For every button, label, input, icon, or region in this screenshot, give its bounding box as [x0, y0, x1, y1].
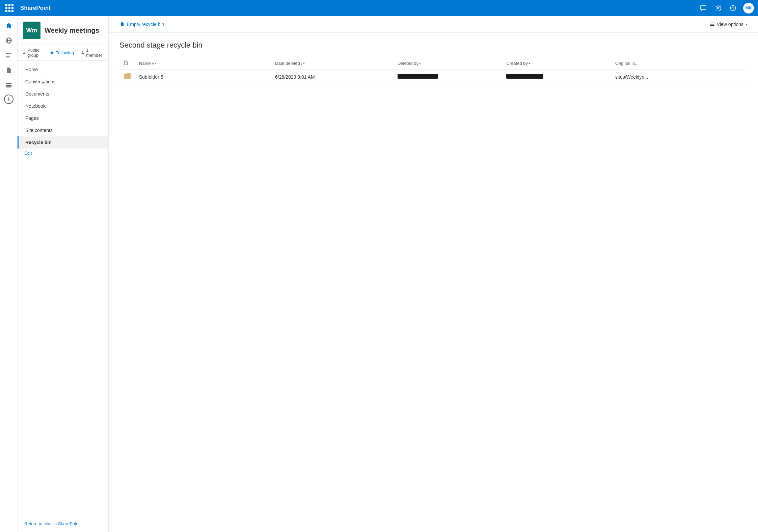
- col-name-label: Name: [139, 61, 151, 66]
- toolbar: Empty recycle bin View options ▾: [109, 16, 758, 33]
- col-date-deleted-header[interactable]: Date deleted ↓ ▾: [271, 58, 394, 69]
- avatar-initials: MK: [746, 6, 752, 10]
- file-type-icon: [124, 60, 128, 65]
- recycle-bin-icon: [119, 22, 125, 27]
- star-icon: ★: [50, 50, 54, 56]
- app-logo[interactable]: SharePoint: [20, 5, 51, 11]
- waffle-menu[interactable]: [4, 3, 15, 14]
- svg-rect-12: [6, 85, 11, 86]
- col-deleted-by-label: Deleted by: [398, 61, 418, 66]
- nav-menu: Home Conversations Documents Notebook Pa…: [18, 61, 108, 291]
- rail-home-icon[interactable]: [2, 19, 16, 32]
- nav-item-home[interactable]: Home: [18, 63, 108, 76]
- deleted-by-redacted: [398, 74, 438, 79]
- createdby-col-chevron: ▾: [529, 61, 530, 65]
- site-title[interactable]: Weekly meetings: [45, 27, 99, 34]
- main-content: Empty recycle bin View options ▾ Second …: [109, 16, 758, 532]
- nav-pages-label: Pages: [25, 115, 39, 121]
- nav-item-site-contents[interactable]: Site contents: [18, 124, 108, 136]
- col-created-by-header[interactable]: Created by ▾: [502, 58, 611, 69]
- site-icon-letters: Wm: [26, 27, 37, 34]
- empty-recycle-bin-button[interactable]: Empty recycle bin: [117, 20, 167, 29]
- view-options-button[interactable]: View options ▾: [707, 20, 750, 29]
- sidebar-footer: Return to classic SharePoint: [18, 515, 108, 532]
- svg-rect-9: [6, 56, 10, 57]
- nav-site-contents-label: Site contents: [25, 128, 53, 133]
- table-row[interactable]: Subfolder 5 6/28/2023 3:01 AM sites/We: [119, 69, 747, 84]
- nav-recycle-bin-label: Recycle bin: [25, 140, 52, 145]
- feedback-icon[interactable]: [699, 3, 708, 13]
- svg-rect-19: [710, 25, 714, 26]
- members-item[interactable]: 1 member: [81, 48, 103, 58]
- svg-rect-7: [6, 53, 11, 54]
- nav-notebook-label: Notebook: [25, 103, 46, 109]
- deletedby-col-chevron: ▾: [419, 61, 421, 65]
- row-name-value: Subfolder 5: [139, 74, 163, 80]
- name-sort-arrow: ∧: [152, 61, 154, 65]
- page-title: Second stage recycle bin: [119, 41, 747, 50]
- rail-global-icon[interactable]: [2, 34, 16, 47]
- row-icon-cell: [119, 69, 135, 84]
- topnav-icons: ? MK: [699, 3, 754, 14]
- rail-add-icon[interactable]: +: [4, 95, 13, 104]
- svg-rect-8: [6, 55, 9, 55]
- following-label: Following: [55, 50, 74, 55]
- site-header: Wm Weekly meetings: [18, 16, 108, 45]
- name-col-chevron: ▾: [155, 61, 157, 65]
- svg-text:?: ?: [732, 6, 734, 10]
- col-deleted-by-header[interactable]: Deleted by ▾: [394, 58, 502, 69]
- rail-news-icon[interactable]: [2, 49, 16, 62]
- nav-item-conversations[interactable]: Conversations: [18, 76, 108, 88]
- return-to-classic-link[interactable]: Return to classic SharePoint: [24, 521, 80, 526]
- col-name-header[interactable]: Name ∧ ▾: [135, 58, 271, 69]
- nav-item-notebook[interactable]: Notebook: [18, 100, 108, 112]
- view-options-icon: [709, 22, 715, 27]
- svg-rect-11: [6, 83, 11, 84]
- svg-point-16: [82, 51, 83, 52]
- user-avatar[interactable]: MK: [743, 3, 754, 14]
- date-col-chevron: ▾: [303, 61, 305, 65]
- nav-edit-link[interactable]: Edit: [18, 149, 108, 158]
- top-navigation: SharePoint ? MK: [0, 0, 758, 16]
- left-rail: +: [0, 16, 18, 532]
- nav-conversations-label: Conversations: [25, 79, 56, 84]
- col-original-location-label: Original lo...: [615, 61, 639, 66]
- row-deleted-by-cell: [394, 69, 502, 84]
- view-options-chevron: ▾: [746, 23, 747, 26]
- svg-rect-13: [6, 86, 11, 87]
- site-icon: Wm: [23, 22, 40, 39]
- empty-recycle-bin-label: Empty recycle bin: [127, 22, 164, 27]
- row-original-location-value: sites/Weeklyn...: [615, 74, 648, 80]
- svg-point-15: [24, 51, 25, 52]
- group-type-label: Public group: [27, 48, 43, 58]
- following-item[interactable]: ★ Following: [50, 50, 74, 56]
- rail-files-icon[interactable]: [2, 63, 16, 77]
- view-options-label: View options: [717, 22, 743, 27]
- recycle-bin-table: Name ∧ ▾ Date deleted ↓ ▾: [119, 58, 747, 84]
- nav-item-pages[interactable]: Pages: [18, 112, 108, 124]
- settings-icon[interactable]: [713, 3, 723, 13]
- members-label: 1 member: [86, 48, 103, 58]
- content-area: Second stage recycle bin Name ∧: [109, 33, 758, 532]
- rail-lists-icon[interactable]: [2, 78, 16, 92]
- nav-item-recycle-bin[interactable]: Recycle bin: [18, 136, 108, 149]
- help-icon[interactable]: ?: [728, 3, 738, 13]
- row-name-cell[interactable]: Subfolder 5: [135, 69, 271, 84]
- svg-rect-0: [701, 5, 706, 9]
- group-type-item: Public group: [23, 48, 43, 58]
- col-icon-header: [119, 58, 135, 69]
- group-icon: [23, 50, 26, 55]
- row-original-location-cell: sites/Weeklyn...: [611, 69, 747, 84]
- col-created-by-label: Created by: [506, 61, 528, 66]
- nav-item-documents[interactable]: Documents: [18, 88, 108, 100]
- col-date-deleted-label: Date deleted: [275, 61, 300, 66]
- sidebar: Wm Weekly meetings Public group ★ Follow…: [18, 16, 109, 532]
- svg-rect-17: [710, 23, 714, 23]
- group-meta-bar: Public group ★ Following 1 member: [18, 45, 108, 61]
- nav-home-label: Home: [25, 67, 38, 72]
- date-sort-arrow: ↓: [301, 61, 303, 65]
- row-date-deleted-value: 6/28/2023 3:01 AM: [275, 74, 315, 80]
- row-created-by-cell: [502, 69, 611, 84]
- member-icon: [81, 50, 85, 55]
- col-original-location-header: Original lo...: [611, 58, 747, 69]
